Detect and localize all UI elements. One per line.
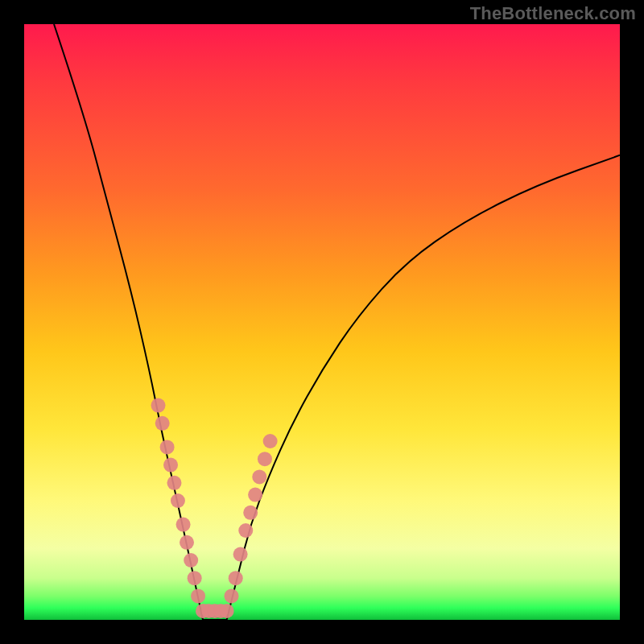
scatter-dot bbox=[238, 523, 253, 538]
scatter-dots bbox=[151, 398, 278, 618]
scatter-dot bbox=[252, 469, 266, 484]
watermark-text: TheBottleneck.com bbox=[470, 3, 636, 24]
scatter-dot bbox=[188, 571, 202, 585]
scatter-dot bbox=[151, 398, 166, 413]
scatter-dot bbox=[225, 588, 239, 603]
scatter-dot bbox=[220, 604, 234, 618]
scatter-dot bbox=[248, 488, 262, 502]
scatter-dot bbox=[160, 440, 175, 454]
chart-svg bbox=[24, 24, 620, 620]
scatter-dot bbox=[171, 493, 185, 508]
scatter-dot bbox=[243, 506, 258, 520]
scatter-dot bbox=[167, 476, 181, 490]
chart-frame: TheBottleneck.com bbox=[0, 0, 644, 644]
scatter-dot bbox=[180, 535, 194, 550]
scatter-dot bbox=[155, 416, 170, 431]
right-curve-path bbox=[227, 155, 620, 620]
plot-area bbox=[24, 24, 620, 620]
scatter-dot bbox=[229, 571, 243, 585]
scatter-dot bbox=[258, 452, 272, 466]
right-curve bbox=[227, 155, 620, 620]
scatter-dot bbox=[163, 458, 178, 473]
scatter-dot bbox=[263, 434, 278, 448]
scatter-dot bbox=[191, 588, 205, 603]
scatter-dot bbox=[233, 547, 248, 562]
scatter-dot bbox=[184, 553, 198, 568]
scatter-dot bbox=[176, 518, 191, 532]
